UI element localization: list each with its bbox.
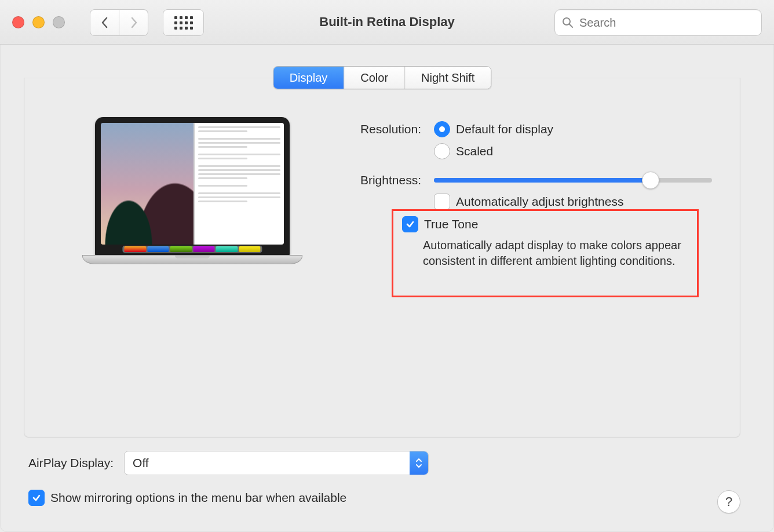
airplay-value: Off (133, 456, 149, 470)
true-tone-checkbox[interactable]: True Tone (402, 216, 692, 233)
checkbox-icon (28, 490, 45, 506)
mirroring-row: Show mirroring options in the menu bar w… (28, 489, 346, 511)
help-icon: ? (725, 494, 732, 509)
search-field-wrap[interactable] (554, 9, 762, 36)
checkbox-label: Automatically adjust brightness (456, 193, 623, 210)
help-button[interactable]: ? (717, 490, 740, 513)
slider-fill (434, 178, 651, 183)
radio-icon (434, 121, 450, 137)
chevron-left-icon (101, 17, 109, 28)
preferences-window: Built-in Retina Display Display Color Ni… (0, 0, 774, 532)
true-tone-description: Automatically adapt display to make colo… (423, 238, 692, 269)
forward-button[interactable] (119, 9, 148, 36)
tab-night-shift[interactable]: Night Shift (404, 67, 491, 89)
airplay-label: AirPlay Display: (28, 456, 114, 470)
display-preview-illustration (82, 117, 302, 264)
select-stepper-icon (410, 451, 428, 475)
grid-icon (174, 16, 193, 30)
radio-label: Scaled (456, 143, 493, 160)
mirroring-checkbox[interactable]: Show mirroring options in the menu bar w… (28, 489, 346, 507)
search-input[interactable] (578, 16, 754, 30)
auto-brightness-checkbox[interactable]: Automatically adjust brightness (434, 193, 728, 210)
traffic-lights (12, 16, 65, 28)
titlebar: Built-in Retina Display (0, 0, 774, 45)
airplay-row: AirPlay Display: Off (28, 451, 429, 475)
nav-group (90, 9, 148, 36)
chevron-right-icon (130, 17, 138, 28)
back-button[interactable] (90, 9, 119, 36)
tab-display[interactable]: Display (273, 67, 344, 89)
search-icon (562, 17, 574, 28)
svg-line-1 (569, 24, 572, 27)
svg-point-0 (563, 18, 570, 25)
brightness-slider[interactable] (434, 178, 712, 183)
tab-segment: Display Color Night Shift (273, 66, 492, 89)
checkbox-icon (402, 216, 418, 232)
window-close-button[interactable] (12, 16, 24, 28)
checkbox-icon (434, 194, 450, 210)
resolution-default-radio[interactable]: Default for display (434, 121, 728, 138)
show-all-button[interactable] (163, 9, 204, 36)
brightness-label: Brightness: (337, 172, 434, 215)
checkbox-label: Show mirroring options in the menu bar w… (50, 489, 346, 507)
slider-knob[interactable] (642, 172, 659, 189)
resolution-label: Resolution: (337, 121, 434, 165)
window-minimize-button[interactable] (32, 16, 45, 28)
true-tone-group: True Tone Automatically adapt display to… (402, 216, 692, 269)
resolution-scaled-radio[interactable]: Scaled (434, 143, 728, 160)
radio-label: Default for display (456, 121, 553, 138)
checkbox-label: True Tone (424, 216, 478, 233)
window-zoom-button[interactable] (53, 16, 65, 28)
radio-icon (434, 143, 450, 159)
tab-color[interactable]: Color (344, 67, 404, 89)
display-settings: Resolution: Default for display Scaled B… (337, 121, 728, 222)
airplay-select[interactable]: Off (124, 451, 429, 475)
